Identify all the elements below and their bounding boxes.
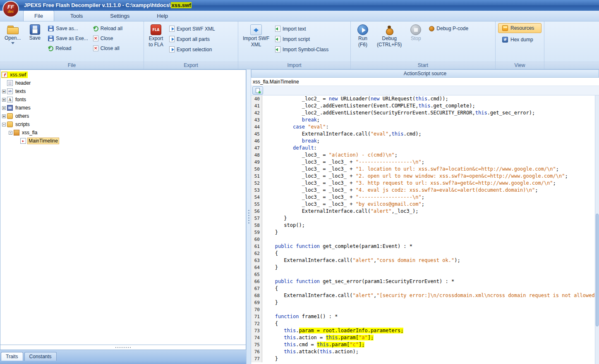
line-number[interactable]: 42 [251, 109, 262, 117]
line-number[interactable]: 61 [251, 243, 262, 250]
line-number[interactable]: 51 [251, 173, 262, 180]
line-number[interactable]: 68 [251, 292, 262, 299]
code-line[interactable]: 65 [251, 271, 599, 278]
code-line[interactable]: 47 default: [251, 145, 599, 152]
open-button[interactable]: Open... [2, 23, 23, 47]
code-line[interactable]: 52 _loc3_ = _loc3_ + "3. http request to… [251, 180, 599, 187]
code-line[interactable]: 64 } [251, 264, 599, 271]
tree-item-scripts[interactable]: -scripts [0, 120, 246, 128]
code-line[interactable]: 76 this.attack(this.action); [251, 348, 599, 355]
line-number[interactable]: 67 [251, 285, 262, 292]
tree-expander-plus[interactable]: + [1, 87, 7, 95]
tree-item-maintimeline[interactable]: MainTimeline [0, 137, 246, 145]
resources-view-button[interactable]: Resources [498, 23, 541, 33]
line-number[interactable]: 77 [251, 355, 262, 362]
line-number[interactable]: 43 [251, 117, 262, 124]
line-number[interactable]: 52 [251, 180, 262, 187]
line-number[interactable]: 73 [251, 327, 262, 334]
code-line[interactable]: 59 } [251, 229, 599, 236]
export-selection-button[interactable]: Export selection [168, 46, 216, 53]
code-line[interactable]: 49 _loc3_ = _loc3_ + "------------------… [251, 159, 599, 166]
save-button[interactable]: Save [25, 23, 44, 42]
code-line[interactable]: 73 this.param = root.loaderInfo.paramete… [251, 327, 599, 334]
debug-button[interactable]: Debug (CTRL+F5) [375, 23, 404, 49]
code-line[interactable]: 42 _loc2_.addEventListener(SecurityError… [251, 109, 599, 117]
line-number[interactable]: 54 [251, 194, 262, 201]
line-number[interactable]: 76 [251, 348, 262, 355]
code-line[interactable]: 62 { [251, 250, 599, 257]
tree-expander-plus[interactable]: + [1, 104, 7, 112]
line-number[interactable]: 45 [251, 131, 262, 138]
save-as-exe-button[interactable]: Save as Exe... [47, 35, 89, 42]
menu-tab-settings[interactable]: Settings [99, 10, 141, 21]
scrollbar-thumb[interactable] [596, 214, 599, 326]
import-swf-xml-button[interactable]: Import SWF XML [241, 23, 271, 49]
tab-constants[interactable]: Constants [24, 352, 57, 361]
line-number[interactable]: 46 [251, 138, 262, 145]
hex-dump-view-button[interactable]: Hex dump [498, 35, 541, 45]
tree-item-xss_fla[interactable]: -xss_fla [0, 128, 246, 137]
code-line[interactable]: 70 [251, 306, 599, 313]
code-line[interactable]: 56 ExternalInterface.call("alert",_loc3_… [251, 208, 599, 215]
import-text-button[interactable]: Import text [274, 25, 330, 32]
debug-pcode-button[interactable]: Debug P-code [428, 25, 470, 32]
code-line[interactable]: 60 [251, 236, 599, 243]
tree-expander-minus[interactable]: - [8, 128, 13, 137]
tree-item-others[interactable]: +others [0, 112, 246, 120]
code-line[interactable]: 63 ExternalInterface.call("alert","corss… [251, 257, 599, 264]
code-line[interactable]: 50 _loc3_ = _loc3_ + "1. location to url… [251, 166, 599, 173]
line-number[interactable]: 49 [251, 159, 262, 166]
line-number[interactable]: 63 [251, 257, 262, 264]
code-line[interactable]: 58 stop(); [251, 222, 599, 229]
line-number[interactable]: 75 [251, 341, 262, 348]
line-number[interactable]: 44 [251, 124, 262, 131]
line-number[interactable]: 72 [251, 320, 262, 327]
line-number[interactable]: 71 [251, 313, 262, 320]
code-scrollbar[interactable] [595, 95, 599, 364]
code-line[interactable]: 55 _loc3_ = _loc3_ + "by evilcos@gmail.c… [251, 201, 599, 208]
tree-expander-plus[interactable]: + [1, 95, 7, 104]
line-number[interactable]: 40 [251, 95, 262, 102]
code-editor[interactable]: 40 _loc2_ = new URLLoader(new URLRequest… [251, 95, 599, 364]
line-number[interactable]: 64 [251, 264, 262, 271]
code-line[interactable]: 45 ExternalInterface.call("eval",this.cm… [251, 131, 599, 138]
code-line[interactable]: 75 this.cmd = this.param["c"]; [251, 341, 599, 348]
code-line[interactable]: 68 ExternalInterface.call("alert","[secu… [251, 292, 599, 299]
line-number[interactable]: 53 [251, 187, 262, 194]
save-as-button[interactable]: Save as... [47, 25, 89, 32]
code-line[interactable]: 57 } [251, 215, 599, 222]
line-number[interactable]: 70 [251, 306, 262, 313]
tree-item-header[interactable]: header [0, 79, 246, 87]
import-script-button[interactable]: Import script [274, 36, 330, 43]
code-line[interactable]: 69 } [251, 299, 599, 306]
line-number[interactable]: 62 [251, 250, 262, 257]
tree-expander-minus[interactable]: - [1, 120, 7, 128]
code-line[interactable]: 51 _loc3_ = _loc3_ + "2. open url to new… [251, 173, 599, 180]
code-line[interactable]: 67 { [251, 285, 599, 292]
line-number[interactable]: 41 [251, 102, 262, 109]
tree-expander-plus[interactable]: + [1, 112, 7, 120]
export-all-parts-button[interactable]: Export all parts [168, 36, 216, 43]
tree-item-texts[interactable]: +texts [0, 87, 246, 95]
tree-item-xss.swf[interactable]: xss.swf [0, 71, 246, 79]
code-line[interactable]: 40 _loc2_ = new URLLoader(new URLRequest… [251, 95, 599, 102]
menu-tab-help[interactable]: Help [146, 10, 179, 21]
code-line[interactable]: 53 _loc3_ = _loc3_ + "4. eval js codz: x… [251, 187, 599, 194]
import-symbol-class-button[interactable]: Import Symbol-Class [274, 46, 330, 53]
line-number[interactable]: 65 [251, 271, 262, 278]
chevron-down-icon[interactable] [11, 42, 14, 46]
code-line[interactable]: 43 break; [251, 117, 599, 124]
horizontal-splitter[interactable] [0, 345, 246, 350]
code-line[interactable]: 61 public function get_complete(param1:E… [251, 243, 599, 250]
vertical-splitter[interactable] [246, 69, 251, 364]
run-button[interactable]: Run (F6) [353, 23, 372, 49]
menu-tab-file[interactable]: File [23, 10, 54, 21]
code-line[interactable]: 77 } [251, 355, 599, 362]
close-button[interactable]: Close [92, 35, 124, 42]
line-number[interactable]: 50 [251, 166, 262, 173]
line-number[interactable]: 69 [251, 299, 262, 306]
tab-traits[interactable]: Traits [1, 352, 23, 361]
tree-item-fonts[interactable]: +fonts [0, 95, 246, 104]
reload-button[interactable]: Reload [47, 45, 89, 52]
line-number[interactable]: 66 [251, 278, 262, 285]
